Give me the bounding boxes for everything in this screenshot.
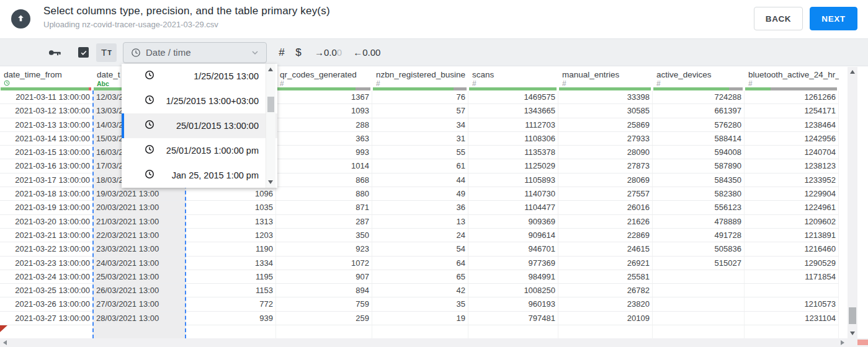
upload-icon [11,9,30,29]
column-name: nzbn_registered_busine [376,70,468,79]
scroll-right-arrow[interactable] [841,340,844,345]
table-cell: 35 [372,297,468,310]
table-cell: 960193 [468,297,558,310]
number-type-icon[interactable]: # [277,46,286,59]
table-cell: 1153 [186,284,276,297]
table-cell: 1367 [276,90,372,103]
vertical-scroll-thumb[interactable] [849,307,856,324]
table-cell: 27873 [558,159,653,172]
date-format-dropdown: 1/25/2015 13:001/25/2015 13:00+03:0025/0… [122,64,277,188]
table-cell: 27933 [558,132,653,145]
table-cell: 259 [276,312,372,325]
table-cell: 25/03/2021 13:00 [93,270,186,283]
table-cell: 984991 [468,270,558,283]
table-cell: 1216460 [745,242,839,255]
table-cell: 2021-03-13 13:00:00 [0,118,93,131]
column-header-manual_entries[interactable]: manual_entries# [558,67,653,90]
type-dropdown[interactable]: Date / time [123,42,267,63]
selected-column-left-border [92,90,94,338]
table-cell: 1213891 [745,229,839,242]
scroll-up-arrow[interactable] [850,70,855,74]
table-cell: 1093 [276,104,372,117]
scroll-left-arrow[interactable] [3,340,7,345]
clock-icon [145,169,154,182]
table-cell: 909369 [468,215,558,228]
scroll-down-arrow[interactable] [850,332,855,335]
table-cell: 49 [372,187,468,200]
column-header-date_time_from[interactable]: date_time_from [0,67,93,90]
table-cell: 24615 [558,242,653,255]
table-cell: 1261266 [745,90,839,103]
column-name: bluetooth_active_24_hr_ [748,70,839,79]
table-cell: 907 [276,270,372,283]
table-cell [653,297,745,310]
primary-key-icon[interactable] [48,48,62,58]
selected-option-indicator [122,113,124,138]
table-cell [468,325,558,338]
column-name: active_devices [656,70,745,79]
table-cell: 26921 [558,257,653,270]
table-cell: 1104477 [468,201,558,214]
dropdown-scroll-thumb[interactable] [267,97,274,112]
dropdown-scroll-down-arrow[interactable] [268,180,273,184]
table-cell: 1072 [276,257,372,270]
table-cell: 909614 [468,229,558,242]
next-button[interactable]: NEXT [810,7,857,30]
table-cell: 57 [372,104,468,117]
text-type-button[interactable]: TT [96,43,117,62]
boolean-type-icon[interactable] [78,47,89,58]
horizontal-scrollbar[interactable] [0,338,868,347]
table-cell [372,325,468,338]
table-cell: 1140730 [468,187,558,200]
back-button[interactable]: BACK [754,7,803,30]
table-cell: 25581 [558,270,653,283]
clock-icon [145,70,154,82]
dropdown-scroll-up-arrow[interactable] [268,68,273,71]
table-cell: 2021-03-26 13:00:00 [0,297,93,310]
table-cell: 594008 [653,146,745,159]
table-cell: 1008250 [468,284,558,297]
increase-precision-button[interactable]: →0.00 [315,47,342,58]
table-cell: 759 [276,297,372,310]
table-cell: 1238464 [745,118,839,131]
table-cell: 2021-03-18 13:00:00 [0,187,93,200]
table-row [0,325,839,338]
table-cell: 26016 [558,201,653,214]
column-header-bluetooth_active_24_hr_[interactable]: bluetooth_active_24_hr_# [745,67,839,90]
table-cell: 1190 [186,242,276,255]
table-cell: 363 [276,132,372,145]
date-format-label: 1/25/2015 13:00 [194,71,259,81]
csv-import-wizard: Select columns type, precision, and the … [0,0,868,347]
column-header-qr_codes_generated[interactable]: qr_codes_generated# [276,67,372,90]
clock-icon [145,144,154,157]
table-cell: 61 [372,159,468,172]
date-format-option[interactable]: Jan 25, 2015 1:00 pm [122,163,277,188]
date-format-option[interactable]: 25/01/2015 1:00:00 pm [122,138,277,163]
date-format-option[interactable]: 1/25/2015 13:00+03:00 [122,89,277,113]
scroll-corner-indicator [857,340,868,345]
table-cell: 44 [372,174,468,187]
currency-type-icon[interactable]: $ [294,46,303,59]
date-format-option[interactable]: 1/25/2015 13:00 [122,64,277,89]
table-cell: 556123 [653,201,745,214]
dropdown-scrollbar[interactable] [266,64,275,188]
table-cell: 1242956 [745,132,839,145]
table-cell: 868 [276,174,372,187]
table-row: 2021-03-18 13:00:0019/03/2021 13:0010968… [0,187,839,201]
table-cell: 24 [372,229,468,242]
table-cell: 1240704 [745,146,839,159]
table-cell: 478889 [653,215,745,228]
table-cell: 1233952 [745,174,839,187]
column-header-nzbn_registered_busine[interactable]: nzbn_registered_busine# [372,67,468,90]
column-header-scans[interactable]: scans# [468,67,558,90]
date-format-option[interactable]: 25/01/2015 13:00:00 [122,113,277,138]
table-cell: 1229904 [745,187,839,200]
decrease-precision-button[interactable]: ←0.00 [353,47,380,58]
table-cell: 30585 [558,104,653,117]
vertical-scrollbar[interactable] [848,67,857,338]
table-cell: 1105893 [468,174,558,187]
table-cell: 2021-03-24 13:00:00 [0,270,93,283]
column-header-active_devices[interactable]: active_devices# [653,67,745,90]
table-cell: 1210573 [745,297,839,310]
table-cell: 515027 [653,257,745,270]
